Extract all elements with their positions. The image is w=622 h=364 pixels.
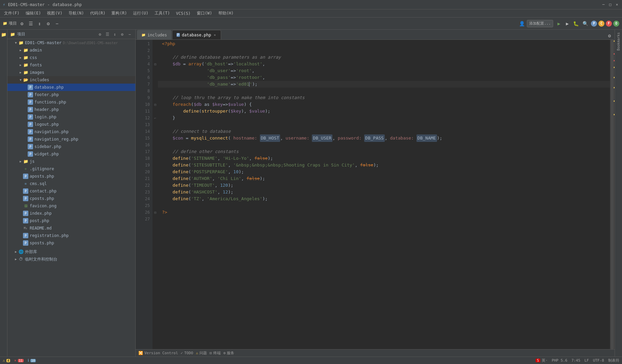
toolbar-list-btn[interactable]: ☰ bbox=[27, 20, 34, 27]
search-btn[interactable]: 🔍 bbox=[582, 20, 589, 27]
layout-btn[interactable]: ☰ bbox=[104, 31, 110, 37]
code-text[interactable]: <?php // define database parameters as a… bbox=[158, 40, 610, 349]
tree-external-libs[interactable]: ▶ 🌐 外部库 bbox=[7, 248, 135, 255]
tab-settings-btn[interactable]: ⚙ bbox=[606, 32, 613, 39]
toolbar-settings-btn[interactable]: ⚙ bbox=[18, 20, 26, 27]
tree-header-php[interactable]: P header.php bbox=[7, 106, 135, 113]
right-vertical-panel: Bookmarks bbox=[615, 30, 622, 357]
scroll-thumb[interactable] bbox=[611, 40, 614, 349]
tree-widget-php[interactable]: P widget.php bbox=[7, 150, 135, 158]
sort-btn[interactable]: ↕ bbox=[112, 31, 118, 37]
tree-admin[interactable]: ▶ 📁 admin bbox=[7, 47, 135, 54]
tree-fonts[interactable]: ▶ 📁 fonts bbox=[7, 61, 135, 69]
tree-js[interactable]: ▶ 📁 js bbox=[7, 158, 135, 165]
tree-readme-md[interactable]: M↓ README.md bbox=[7, 224, 135, 232]
tree-functions-php[interactable]: P functions.php bbox=[7, 98, 135, 106]
menu-code[interactable]: 代码(R) bbox=[87, 10, 108, 17]
tree-cposts-php[interactable]: P cposts.php bbox=[7, 195, 135, 202]
status-encoding[interactable]: UTF-8 bbox=[593, 358, 604, 363]
tab-includes[interactable]: 📁 includes bbox=[137, 30, 171, 39]
status-indentation[interactable]: 制表符 bbox=[608, 358, 619, 363]
version-control-btn[interactable]: 🔀 Version Control bbox=[138, 351, 178, 355]
status-lf[interactable]: LF bbox=[585, 358, 589, 363]
close-button[interactable]: ✕ bbox=[615, 2, 619, 7]
minimize-button[interactable]: ─ bbox=[601, 2, 606, 7]
menu-run[interactable]: 运行(U) bbox=[130, 10, 151, 17]
status-sougou[interactable]: S 英· bbox=[536, 358, 548, 363]
tree-index-php[interactable]: P index.php bbox=[7, 210, 135, 217]
tree-temp-files[interactable]: ▶ ⏱ 临时文件和控制台 bbox=[7, 255, 135, 263]
menu-vcs[interactable]: VCS(S) bbox=[173, 10, 193, 17]
ps-icon[interactable]: P bbox=[591, 21, 597, 27]
tree-footer-php[interactable]: P footer.php bbox=[7, 91, 135, 98]
tree-login-php[interactable]: P login.php bbox=[7, 113, 135, 121]
css-folder-icon: 📁 bbox=[23, 55, 28, 60]
file-tree: ▼ 📁 ED01-CMS-master D:\Download\ED01-CMS… bbox=[7, 39, 135, 357]
project-icon[interactable]: 📁 bbox=[0, 31, 7, 38]
run-btn[interactable]: ▶ bbox=[555, 20, 563, 27]
tree-css[interactable]: ▶ 📁 css bbox=[7, 54, 135, 61]
todo-btn[interactable]: ✓ TODO bbox=[181, 351, 193, 355]
tab-close-btn[interactable]: ✕ bbox=[213, 33, 217, 37]
fg-10[interactable]: ⊟ bbox=[153, 101, 158, 108]
code-line-24: define ( 'TZ' , 'America/Los_Angeles' ); bbox=[158, 195, 610, 202]
notification-info[interactable]: ℹ 10 bbox=[28, 358, 36, 363]
add-config-btn[interactable]: 添加配置... bbox=[527, 20, 553, 27]
services-btn[interactable]: ⚙ 服务 bbox=[223, 351, 235, 356]
tree-images[interactable]: ▶ 📁 images bbox=[7, 69, 135, 76]
toolbar-user-icon[interactable]: 👤 bbox=[519, 21, 525, 26]
title-bar: ⚡ ED01-CMS-master - database.php ─ □ ✕ bbox=[0, 0, 622, 9]
tree-includes[interactable]: ▼ 📂 includes bbox=[7, 76, 135, 84]
tree-database-php[interactable]: P database.php bbox=[7, 84, 135, 91]
tree-sposts-php[interactable]: P sposts.php bbox=[7, 239, 135, 247]
collapse-btn[interactable]: − bbox=[127, 31, 133, 37]
menu-edit[interactable]: 编辑(E) bbox=[23, 10, 44, 17]
tree-gitignore[interactable]: ⊙ .gitignore bbox=[7, 165, 135, 173]
terminal-btn[interactable]: ⊡ 终端 bbox=[210, 351, 221, 356]
chrome-icon[interactable]: C bbox=[598, 21, 604, 27]
debug-btn[interactable]: 🐛 bbox=[572, 20, 579, 27]
menu-navigate[interactable]: 导航(N) bbox=[66, 10, 87, 17]
gear-btn[interactable]: ⚙ bbox=[119, 31, 125, 37]
tree-registration-php[interactable]: P registration.php bbox=[7, 232, 135, 239]
menu-refactor[interactable]: 重构(R) bbox=[109, 10, 130, 17]
firefox-icon[interactable]: F bbox=[606, 21, 612, 27]
maximize-button[interactable]: □ bbox=[608, 2, 613, 7]
toolbar-gear-btn[interactable]: ⚙ bbox=[45, 20, 52, 27]
settings-btn[interactable]: ⚙ bbox=[97, 31, 103, 37]
tree-root[interactable]: ▼ 📁 ED01-CMS-master D:\Download\ED01-CMS… bbox=[7, 39, 135, 47]
fg-22 bbox=[153, 182, 158, 189]
fg-26[interactable]: ⊟ bbox=[153, 209, 158, 216]
tree-contact-php[interactable]: P contact.php bbox=[7, 187, 135, 195]
tree-logout-php[interactable]: P logout.php bbox=[7, 121, 135, 128]
fg-4[interactable]: ⊟ bbox=[153, 61, 158, 67]
tree-sidebar-php[interactable]: P sidebar.php bbox=[7, 143, 135, 150]
toolbar-minus-btn[interactable]: − bbox=[53, 20, 61, 27]
tree-post-php[interactable]: P post.php bbox=[7, 217, 135, 224]
tree-cms-sql[interactable]: ⊞ cms.sql bbox=[7, 180, 135, 187]
other-browser-icon[interactable]: O bbox=[613, 21, 619, 27]
menu-view[interactable]: 视图(V) bbox=[44, 10, 65, 17]
tree-favicon-png[interactable]: 🖼 favicon.png bbox=[7, 202, 135, 210]
menu-help[interactable]: 帮助(H) bbox=[216, 10, 237, 17]
tree-navigation-php[interactable]: P navigation.php bbox=[7, 128, 135, 135]
tree-aposts-php[interactable]: P aposts.php bbox=[7, 173, 135, 180]
temp-files-icon: ⏱ bbox=[18, 256, 24, 262]
right-scrollbar[interactable] bbox=[610, 40, 615, 349]
fg-18 bbox=[153, 155, 158, 162]
run-btn2[interactable]: ▶ bbox=[564, 20, 571, 27]
logout-php-icon: P bbox=[28, 122, 33, 127]
menu-file[interactable]: 文件(F) bbox=[1, 10, 22, 17]
menu-window[interactable]: 窗口(W) bbox=[194, 10, 215, 17]
code-line-1: <?php bbox=[158, 40, 610, 47]
index-php-label: index.php bbox=[30, 211, 52, 216]
notification-errors[interactable]: ✕ 11 bbox=[14, 358, 23, 363]
problems-btn[interactable]: ⚠ 问题 bbox=[196, 351, 207, 356]
tree-navigation-reg-php[interactable]: P navigation_reg.php bbox=[7, 135, 135, 143]
code-line-7: 'db_name' => 'ed01 ' ); bbox=[158, 81, 610, 88]
menu-tools[interactable]: 工具(T) bbox=[152, 10, 173, 17]
tab-database-php[interactable]: P database.php ✕ bbox=[172, 30, 221, 39]
toolbar-sort-btn[interactable]: ↕ bbox=[36, 20, 43, 27]
notification-warnings[interactable]: ⚠ 4 bbox=[3, 358, 10, 363]
toolbar-right: 👤 添加配置... ▶ ▶ 🐛 🔍 P C F O bbox=[519, 20, 619, 27]
